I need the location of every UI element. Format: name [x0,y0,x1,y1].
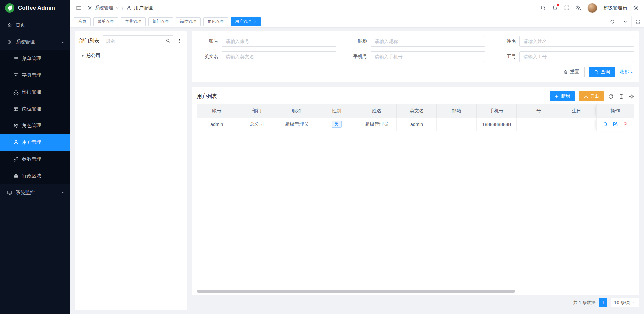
org-chart-icon [13,89,19,95]
sidebar-item-monitor[interactable]: 系统监控 [0,184,70,201]
tab-dict-management[interactable]: 字典管理 [121,17,146,26]
tree-node-label: 总公司 [86,53,100,59]
person-icon [13,140,19,145]
account-input[interactable] [222,36,336,47]
page-1-button[interactable]: 1 [599,298,607,307]
cell-phone: 18888888888 [477,118,517,131]
query-button[interactable]: 查询 [589,67,615,77]
sidebar-submenu-system: 菜单管理 字典管理 部门管理 岗位管理 角色管理 [0,50,70,184]
reset-button[interactable]: 重置 [558,67,585,77]
tree-node-head-office[interactable]: 总公司 [79,51,183,61]
search-icon[interactable] [540,5,546,11]
link-icon [13,156,19,162]
sidebar-item-menu-management[interactable]: 菜单管理 [0,50,70,67]
cell-actions [596,118,634,131]
app-logo[interactable]: Coffee Admin [0,0,70,16]
gender-tag: 男 [332,121,342,128]
sidebar-item-role-management[interactable]: 角色管理 [0,117,70,134]
search-icon [166,38,170,43]
sidebar-item-label: 系统监控 [16,190,35,196]
settings-gear-icon[interactable] [633,5,639,11]
column-header: 部门 [237,104,277,118]
column-header: 姓名 [357,104,396,118]
department-search-input[interactable] [103,35,163,46]
job-no-input[interactable] [519,51,634,62]
filter-label-nickname: 昵称 [346,38,367,44]
cell-dept: 总公司 [237,118,277,131]
user-list-card: 用户列表 新增 导出 [192,87,639,295]
table-density-icon[interactable] [618,93,624,99]
sidebar-item-home[interactable]: 首页 [0,17,70,34]
tab-home[interactable]: 首页 [74,17,91,26]
department-more-icon[interactable] [176,38,183,43]
table-settings-gear-icon[interactable] [628,93,634,99]
user-name[interactable]: 超级管理员 [603,5,627,11]
topbar-actions: 超级管理员 [540,3,639,13]
column-header: 生日 [556,104,596,118]
content-area: 部门列表 总公司 [70,27,644,314]
sidebar-item-post-management[interactable]: 岗位管理 [0,101,70,117]
tab-refresh-icon[interactable] [606,16,619,27]
tab-role-management[interactable]: 角色管理 [203,17,228,26]
tab-actions-dropdown-icon[interactable] [619,16,631,27]
sidebar-item-system[interactable]: 系统管理 [0,34,70,50]
breadcrumb-dropdown-icon[interactable] [116,6,119,10]
notification-badge [557,4,559,6]
sidebar-item-user-management[interactable]: 用户管理 [0,134,70,151]
sidebar-item-dept-management[interactable]: 部门管理 [0,84,70,101]
app-title: Coffee Admin [18,5,55,11]
tab-dept-management[interactable]: 部门管理 [148,17,173,26]
filter-label-name: 姓名 [494,38,516,44]
name-input[interactable] [519,36,634,47]
app-root: Coffee Admin 首页 系统管理 菜单管理 字典管理 [0,0,644,314]
en-name-input[interactable] [222,51,336,62]
top-bar: 系统管理 / 用户管理 超级管理员 [70,0,644,16]
menu-list-icon [13,56,19,61]
notification-bell-icon[interactable] [552,5,558,11]
user-table: 账号 部门 昵称 性别 姓名 英文名 邮箱 手机号 工号 生日 操作 [197,104,634,131]
column-header: 邮箱 [437,104,477,118]
nickname-input[interactable] [371,36,485,47]
sidebar-item-label: 行政区域 [22,173,41,179]
tree-expand-caret-icon[interactable] [80,54,85,58]
delete-icon[interactable] [623,122,628,127]
home-icon [7,22,12,28]
sidebar-item-label: 菜单管理 [22,56,41,62]
sidebar-item-dict-management[interactable]: 字典管理 [0,67,70,84]
sidebar-item-label: 岗位管理 [22,106,41,112]
export-button[interactable]: 导出 [579,91,604,101]
phone-input[interactable] [371,51,485,62]
department-search-button[interactable] [163,35,173,46]
gear-icon [7,39,12,45]
page-size-select[interactable]: 10 条/页 [611,298,639,307]
user-avatar[interactable] [587,3,597,13]
filter-label-account: 账号 [197,38,218,44]
sidebar-item-label: 用户管理 [22,139,41,145]
content-fullscreen-icon[interactable] [631,16,644,27]
table-refresh-icon[interactable] [608,93,614,99]
bank-icon [13,173,19,179]
fullscreen-icon[interactable] [564,5,570,11]
cell-gender: 男 [317,118,357,131]
sidebar-item-region-management[interactable]: 行政区域 [0,168,70,184]
collapse-filters-link[interactable]: 收起 [620,69,634,75]
sidebar-menu: 首页 系统管理 菜单管理 字典管理 部门管理 [0,16,70,314]
filter-label-en-name: 英文名 [197,54,218,60]
tab-user-management[interactable]: 用户管理 [231,17,261,26]
add-user-button[interactable]: 新增 [550,91,575,101]
dictionary-icon [13,73,19,78]
table-row: admin 总公司 超级管理员 男 超级管理员 admin 1888888888… [197,118,634,131]
sidebar-fold-icon[interactable] [76,5,82,11]
view-detail-icon[interactable] [603,122,608,127]
translate-icon[interactable] [576,5,581,11]
edit-icon[interactable] [613,122,618,127]
chevron-down-icon [633,301,636,304]
horizontal-scrollbar[interactable] [197,290,515,293]
sidebar-item-param-management[interactable]: 参数管理 [0,151,70,168]
tab-close-icon[interactable] [254,20,257,23]
tab-menu-management[interactable]: 菜单管理 [93,17,118,26]
gear-icon [87,5,92,10]
column-header: 账号 [197,104,237,118]
tab-post-management[interactable]: 岗位管理 [176,17,201,26]
breadcrumb-item[interactable]: 系统管理 [95,5,113,11]
